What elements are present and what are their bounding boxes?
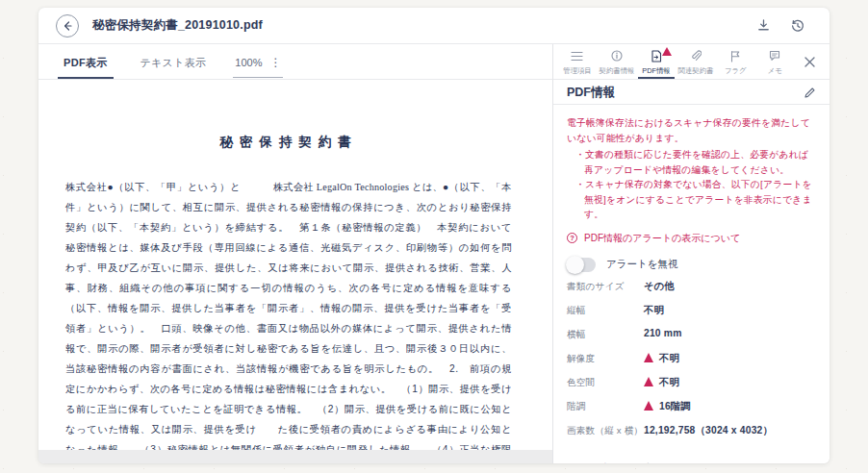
- contract-body: ●（以下、「本件」という）に関して、相互に開示、提供される秘密情報の保持につき、…: [65, 182, 512, 450]
- paperclip-icon: [691, 50, 702, 62]
- top-header: 秘密保持契約書_20191010.pdf: [38, 8, 830, 44]
- field-gradation: 階調 16階調: [567, 400, 814, 424]
- warning-icon: [644, 353, 653, 362]
- tab-memo[interactable]: メモ: [755, 44, 795, 79]
- app-window: 秘密保持契約書_20191010.pdf PDF表示 テキスト表示 100%: [38, 8, 830, 463]
- document-filename: 秘密保持契約書_20191010.pdf: [92, 17, 263, 34]
- field-width: 横幅 210 mm: [567, 328, 814, 352]
- arrow-left-icon: [62, 20, 73, 32]
- alert-bullet-2: ・スキャナ保存の対象でない場合、以下の[アラートを無視]をオンにすることでアラー…: [567, 177, 814, 222]
- history-button[interactable]: [783, 14, 812, 37]
- tab-contract-info[interactable]: 契約書情報: [597, 44, 636, 79]
- tab-pdf-view[interactable]: PDF表示: [58, 56, 114, 79]
- info-circle-icon: [611, 50, 623, 62]
- field-document-size: 書類のサイズ その他: [567, 280, 814, 304]
- memo-icon: [769, 50, 780, 62]
- warning-icon: [644, 377, 653, 386]
- history-icon: [790, 18, 805, 34]
- back-button[interactable]: [56, 14, 79, 37]
- alert-bullet-1: ・文書の種類に応じた要件を確認の上、必要があれば再アップロードや情報の編集をして…: [567, 147, 814, 177]
- view-mode-toolbar: PDF表示 テキスト表示 100% ⋮: [38, 44, 552, 80]
- info-panel-tabs: 管理項目 契約書情報 PDF情報: [553, 44, 830, 80]
- info-panel: 管理項目 契約書情報 PDF情報: [552, 44, 830, 463]
- scanner-requirements-link[interactable]: ? 電子帳簿保存法におけるスキャナ保存の要件について: [567, 461, 814, 464]
- contract-body-text: 株式会社●（以下、「甲」という）と株式会社 LegalOn Technologi…: [65, 177, 512, 450]
- contract-title: 秘密保持契約書: [65, 134, 512, 151]
- panel-body: 電子帳簿保存法におけるスキャナ保存の要件を満たしていない可能性があります。 ・文…: [553, 105, 830, 463]
- edit-button[interactable]: [804, 87, 816, 99]
- ignore-alert-label: アラートを無視: [606, 258, 677, 271]
- alert-message: 電子帳簿保存法におけるスキャナ保存の要件を満たしていない可能性があります。: [567, 115, 814, 145]
- zoom-level-value: 100%: [235, 57, 262, 68]
- close-panel-button[interactable]: [795, 44, 824, 79]
- close-icon: [804, 56, 816, 68]
- panel-section-header: PDF情報: [553, 80, 830, 105]
- flag-icon: [729, 50, 741, 62]
- panel-title: PDF情報: [567, 85, 615, 101]
- pdf-alert-badge-icon: [662, 47, 672, 56]
- tab-pdf-info[interactable]: PDF情報: [636, 44, 676, 79]
- pdf-info-fields: 書類のサイズ その他 縦幅 不明 横幅 210 mm 解像度 不明: [567, 280, 814, 448]
- ignore-alert-row: アラートを無視: [567, 258, 814, 272]
- warning-icon: [644, 401, 653, 411]
- field-height: 縦幅 不明: [567, 304, 814, 328]
- field-pixel-count: 画素数（縦 x 横） 12,192,758（3024 x 4032）: [567, 424, 814, 448]
- pdf-viewer-column: PDF表示 テキスト表示 100% ⋮ 秘密保持契約書 株式会社●（以下、「甲」…: [38, 44, 552, 463]
- list-icon: [571, 50, 583, 62]
- field-color-space: 色空間 不明: [567, 376, 814, 400]
- tab-text-view[interactable]: テキスト表示: [135, 56, 213, 79]
- contract-party-insert: 株式会社 LegalOn Technologies とは、: [273, 182, 443, 192]
- tab-flags[interactable]: フラグ: [716, 44, 755, 79]
- pdf-file-icon: [651, 50, 662, 62]
- download-button[interactable]: [749, 14, 778, 37]
- pencil-icon: [804, 87, 816, 99]
- tab-management-items[interactable]: 管理項目: [557, 44, 597, 79]
- field-resolution: 解像度 不明: [567, 352, 814, 376]
- contract-party-line: 株式会社●（以下、「甲」という）と: [65, 182, 241, 192]
- pdf-viewer-canvas[interactable]: 秘密保持契約書 株式会社●（以下、「甲」という）と株式会社 LegalOn Te…: [38, 80, 552, 463]
- tab-related-contracts[interactable]: 関連契約書: [677, 44, 716, 79]
- pdf-page: 秘密保持契約書 株式会社●（以下、「甲」という）と株式会社 LegalOn Te…: [38, 80, 552, 450]
- toggle-knob: [566, 256, 584, 274]
- zoom-menu-icon[interactable]: ⋮: [269, 56, 281, 69]
- zoom-control[interactable]: 100% ⋮: [233, 56, 283, 78]
- question-circle-icon: ?: [567, 233, 577, 243]
- ignore-alert-toggle[interactable]: [567, 258, 596, 272]
- alert-help-link[interactable]: ? PDF情報のアラートの表示について: [567, 232, 814, 245]
- download-icon: [756, 18, 771, 33]
